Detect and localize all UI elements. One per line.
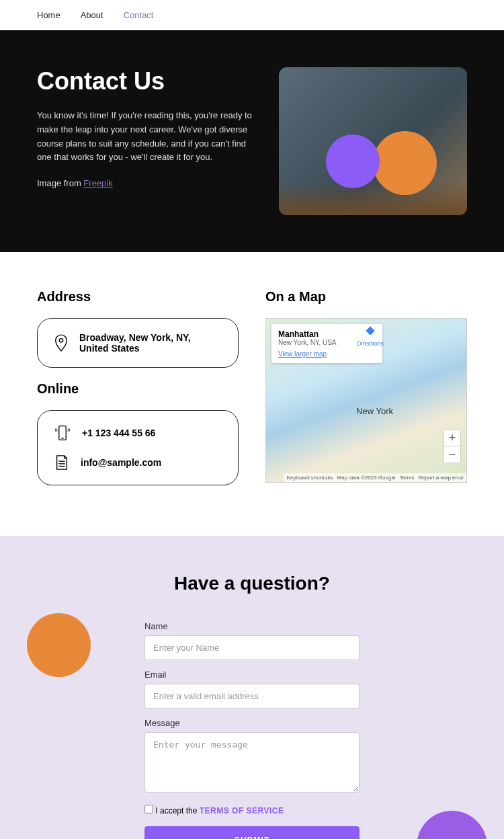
top-nav: Home About Contact (0, 0, 504, 30)
document-icon (54, 454, 70, 471)
phone-icon (54, 424, 71, 442)
tos-link[interactable]: TERMS OF SERVICE (200, 806, 284, 815)
online-box: +1 123 444 55 66 info@sample.com (37, 410, 239, 485)
email-input[interactable] (144, 684, 360, 709)
name-label: Name (144, 621, 360, 631)
decor-circle-orange (373, 131, 437, 195)
submit-button[interactable]: SUBMIT (144, 826, 360, 839)
freepik-link[interactable]: Freepik (83, 178, 112, 188)
hero-image-credit: Image from Freepik (37, 177, 252, 191)
view-larger-map-link[interactable]: View larger map (278, 350, 376, 358)
form-heading: Have a question? (0, 573, 504, 594)
nav-home[interactable]: Home (37, 10, 60, 20)
online-heading: Online (37, 381, 239, 397)
decor-circle-orange-2 (27, 613, 91, 677)
nav-about[interactable]: About (81, 10, 103, 20)
hero-body: You know it's time! If you're reading th… (37, 109, 252, 165)
hero-image (279, 67, 467, 215)
address-heading: Address (37, 289, 239, 305)
page-title: Contact Us (37, 67, 252, 95)
info-section: Address Broadway, New York, NY, United S… (0, 252, 504, 536)
nav-contact[interactable]: Contact (124, 10, 154, 20)
message-label: Message (144, 718, 360, 728)
map-directions[interactable]: Directions (357, 325, 384, 348)
location-pin-icon (54, 333, 69, 352)
hero-section: Contact Us You know it's time! If you're… (0, 30, 504, 252)
address-text: Broadway, New York, NY, United States (79, 332, 222, 354)
phone-text: +1 123 444 55 66 (82, 428, 155, 438)
email-text: info@sample.com (81, 457, 161, 468)
map-widget[interactable]: Manhattan New York, NY, USA View larger … (265, 318, 467, 483)
map-zoom-controls: + − (444, 430, 461, 463)
map-attribution: Keyboard shortcuts Map data ©2023 Google… (284, 473, 466, 482)
svg-point-0 (59, 339, 63, 343)
email-label: Email (144, 670, 360, 680)
accept-text: I accept the (155, 806, 199, 815)
map-zoom-out-button[interactable]: − (444, 446, 460, 463)
map-center-label: New York (356, 406, 393, 416)
decor-circle-purple-2 (417, 811, 487, 839)
directions-icon (365, 325, 376, 336)
message-textarea[interactable] (144, 732, 360, 793)
map-zoom-in-button[interactable]: + (444, 430, 460, 446)
form-section: Have a question? Name Email Message I ac… (0, 536, 504, 839)
tos-checkbox[interactable] (144, 805, 153, 813)
contact-form: Name Email Message I accept the TERMS OF… (144, 621, 360, 839)
name-input[interactable] (144, 635, 360, 660)
address-box: Broadway, New York, NY, United States (37, 318, 239, 368)
decor-circle-purple (326, 134, 380, 188)
map-heading: On a Map (265, 289, 467, 305)
